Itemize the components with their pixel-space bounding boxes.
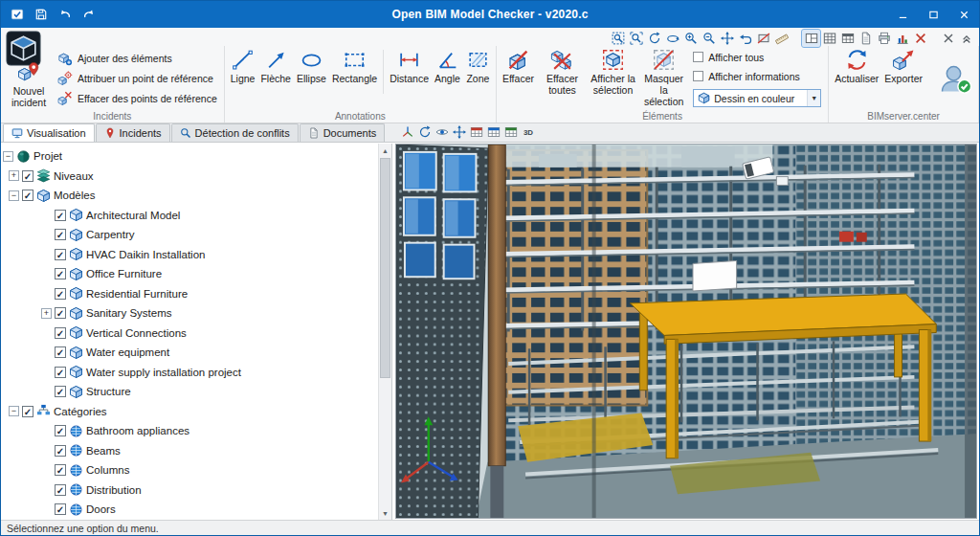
erase-button[interactable]: Effacer (500, 46, 537, 85)
tree-checkbox[interactable]: ✓ (22, 170, 33, 182)
section-icon[interactable] (754, 30, 772, 47)
blue-table-icon[interactable] (485, 123, 502, 140)
tree-checkbox[interactable]: ✓ (55, 386, 66, 397)
cut-icon[interactable] (911, 30, 929, 47)
show-selection-button[interactable]: Afficher la sélection (588, 46, 638, 97)
tree-checkbox[interactable]: ✓ (55, 229, 66, 240)
checkbox-icon[interactable] (693, 71, 703, 81)
assign-reference-point-button[interactable]: Attribuer un point de référence (54, 68, 221, 88)
tree-checkbox[interactable]: ✓ (22, 190, 33, 201)
tree-row[interactable]: ✓Carpentry (1, 225, 378, 245)
tree-row[interactable]: ✓Architectural Model (1, 206, 378, 226)
tree-expander-icon[interactable]: − (9, 190, 19, 201)
arrow-button[interactable]: Flèche (257, 46, 294, 85)
tree-row[interactable]: −✓Modèles (1, 186, 378, 206)
tree-checkbox[interactable]: ✓ (55, 268, 66, 279)
grid-icon[interactable] (820, 30, 838, 47)
tree-checkbox[interactable]: ✓ (55, 210, 66, 221)
erase-all-button[interactable]: Effacer toutes (537, 46, 588, 97)
tree-expander-icon[interactable]: + (41, 308, 52, 319)
chevron-down-icon[interactable]: ▼ (807, 90, 820, 106)
tab-conflict-detection[interactable]: Détection de conflits (171, 123, 299, 142)
zone-button[interactable]: Zone (463, 46, 493, 85)
minimize-button[interactable] (887, 1, 918, 28)
scroll-thumb[interactable] (380, 158, 390, 378)
rectangle-button[interactable]: Rectangle (329, 46, 380, 85)
tab-visualisation[interactable]: Visualisation (3, 123, 95, 142)
tree-row[interactable]: ✓Water supply installation project (1, 363, 378, 383)
tree-checkbox[interactable]: ✓ (55, 464, 66, 476)
orbit-view-icon[interactable] (416, 123, 434, 140)
tree-checkbox[interactable]: ✓ (55, 503, 66, 515)
projection-icon[interactable] (399, 123, 416, 140)
tree-row[interactable]: +✓Sanitary Systems (1, 303, 378, 324)
tree-row[interactable]: ✓Structure (1, 382, 378, 402)
show-all-checkbox[interactable]: Afficher tous (693, 49, 821, 65)
ellipse-button[interactable]: Ellipse (294, 46, 329, 85)
tree-row[interactable]: ✓Doors (1, 500, 378, 520)
tree-row[interactable]: ✓Beams (1, 441, 378, 461)
bimserver-account-button[interactable] (938, 61, 972, 96)
redo-icon[interactable] (80, 7, 97, 23)
tree-checkbox[interactable]: ✓ (55, 484, 66, 496)
tab-incidents[interactable]: Incidents (96, 123, 170, 142)
tree-expander-icon[interactable]: − (3, 151, 13, 162)
report-icon[interactable] (857, 30, 875, 47)
walk-icon[interactable] (451, 123, 468, 140)
zoom-out-icon[interactable] (700, 30, 718, 47)
title-bar[interactable]: Open BIM Model Checker - v2020.c (1, 1, 979, 28)
viewport-layout-icon[interactable] (802, 30, 820, 47)
tree-row[interactable]: ✓Residential Furniture (1, 284, 378, 304)
hide-selection-button[interactable]: Masquer la sélection (638, 46, 689, 107)
angle-button[interactable]: Angle (432, 46, 463, 85)
close-button[interactable] (948, 1, 979, 28)
tree-checkbox[interactable]: ✓ (55, 288, 66, 300)
tab-documents[interactable]: Documents (300, 123, 386, 142)
tree-expander-icon[interactable]: + (9, 170, 19, 181)
3d-viewport[interactable] (395, 144, 977, 519)
app-badge-icon[interactable] (9, 7, 25, 23)
tree-row[interactable]: ✓Bathroom appliances (1, 421, 378, 441)
maximize-button[interactable] (918, 1, 948, 28)
view-3d-icon[interactable] (520, 123, 537, 140)
zoom-in-icon[interactable] (681, 30, 700, 47)
tree-row[interactable]: −Projet (1, 146, 378, 167)
tree-checkbox[interactable]: ✓ (22, 406, 33, 417)
add-elements-button[interactable]: Ajouter des éléments (54, 48, 221, 68)
tree-row[interactable]: ✓Water equipment (1, 343, 378, 363)
checkbox-icon[interactable] (693, 52, 703, 62)
tree-row[interactable]: ✓Columns (1, 460, 378, 480)
tables-icon[interactable] (838, 30, 857, 47)
tree-row[interactable]: ✓Vertical Connections (1, 324, 378, 344)
drawing-mode-dropdown[interactable]: Dessin en couleur ▼ (693, 89, 821, 107)
tree-checkbox[interactable]: ✓ (55, 346, 66, 358)
tree-scrollbar[interactable]: ▲ ▼ (378, 144, 391, 520)
scroll-up-button[interactable]: ▲ (379, 144, 391, 157)
green-table-icon[interactable] (502, 123, 520, 140)
tree-checkbox[interactable]: ✓ (55, 367, 66, 378)
tree-row[interactable]: ✓HVAC Daikin Installation (1, 245, 378, 265)
close-view-icon[interactable] (939, 30, 957, 47)
tree-checkbox[interactable]: ✓ (55, 425, 66, 436)
scroll-down-button[interactable]: ▼ (379, 506, 391, 520)
collapse-ribbon-icon[interactable] (957, 30, 975, 47)
line-button[interactable]: Ligne (228, 46, 258, 85)
save-icon[interactable] (33, 7, 49, 23)
tree-checkbox[interactable]: ✓ (55, 249, 66, 260)
undo-icon[interactable] (56, 7, 73, 23)
printer-icon[interactable] (875, 30, 893, 47)
tree-row[interactable]: −✓Catégories (1, 402, 378, 422)
distance-button[interactable]: Distance (387, 46, 432, 85)
export-button[interactable]: Exporter (881, 46, 925, 85)
red-table-icon[interactable] (468, 123, 485, 140)
show-information-checkbox[interactable]: Afficher informations (693, 68, 821, 84)
eye-icon[interactable] (434, 123, 451, 140)
tree-checkbox[interactable]: ✓ (55, 327, 66, 339)
refresh-button[interactable]: Actualiser (832, 46, 881, 85)
tree-row[interactable]: ✓Distribution (1, 480, 378, 501)
tree-expander-icon[interactable]: − (9, 406, 19, 416)
delete-reference-points-button[interactable]: Effacer des points de référence (54, 88, 221, 108)
tree-row[interactable]: +✓Niveaux (1, 167, 378, 187)
previous-view-icon[interactable] (736, 30, 754, 47)
tree-row[interactable]: ✓Office Furniture (1, 264, 378, 284)
